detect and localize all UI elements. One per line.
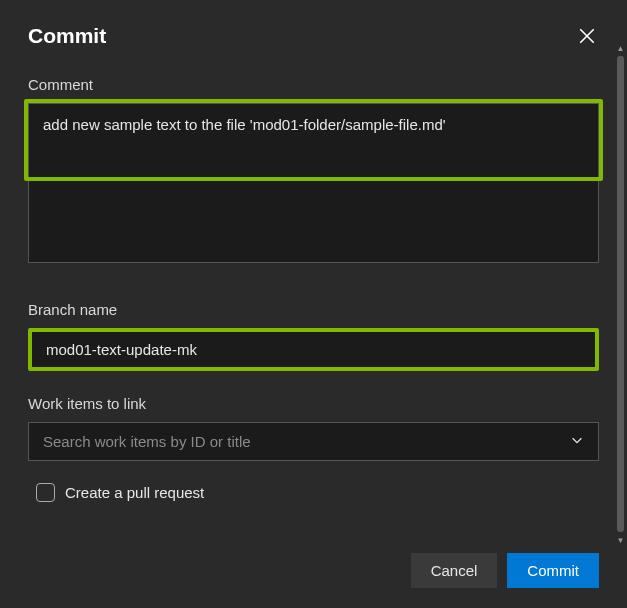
dialog-title: Commit — [28, 24, 106, 48]
comment-input[interactable] — [28, 103, 599, 263]
pullrequest-row: Create a pull request — [28, 483, 599, 502]
branch-field-group — [28, 328, 599, 371]
branch-input[interactable] — [32, 332, 595, 367]
comment-label: Comment — [28, 76, 599, 93]
workitems-dropdown[interactable]: Search work items by ID or title — [28, 422, 599, 461]
commit-button[interactable]: Commit — [507, 553, 599, 588]
pullrequest-checkbox[interactable] — [36, 483, 55, 502]
commit-dialog: Commit Comment Branch name Work items to… — [0, 0, 627, 608]
comment-field-group — [28, 103, 599, 267]
scroll-up-arrow[interactable]: ▲ — [616, 44, 625, 53]
close-button[interactable] — [575, 24, 599, 48]
workitems-placeholder: Search work items by ID or title — [43, 433, 251, 450]
dialog-footer: Cancel Commit — [28, 553, 599, 588]
dialog-header: Commit — [28, 24, 599, 48]
cancel-button[interactable]: Cancel — [411, 553, 498, 588]
pullrequest-label: Create a pull request — [65, 484, 204, 501]
scrollbar-thumb[interactable] — [617, 56, 624, 532]
scroll-down-arrow[interactable]: ▼ — [616, 536, 625, 545]
chevron-down-icon — [570, 433, 584, 450]
dialog-scrollbar[interactable] — [617, 56, 624, 532]
branch-label: Branch name — [28, 301, 599, 318]
branch-highlight — [28, 328, 599, 371]
close-icon — [578, 27, 596, 45]
workitems-label: Work items to link — [28, 395, 599, 412]
workitems-field-group: Search work items by ID or title — [28, 422, 599, 461]
